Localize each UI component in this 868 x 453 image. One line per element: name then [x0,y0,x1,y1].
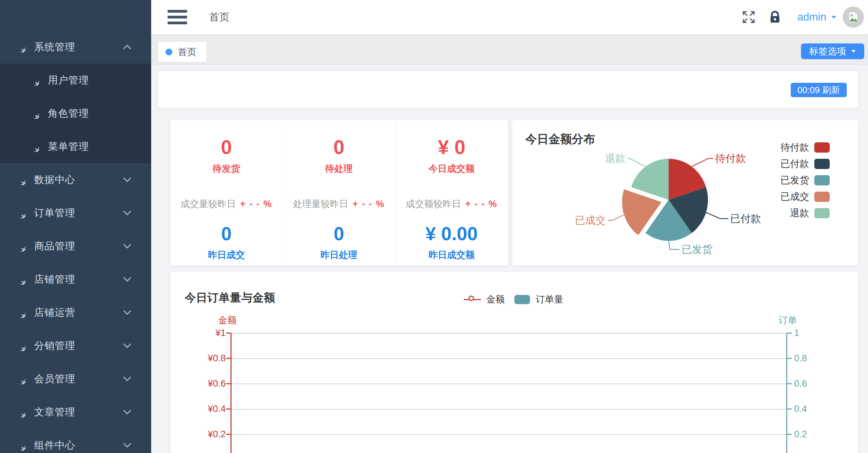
stat-yesterday-amount: ¥ 0.00 昨日成交额 [395,218,508,266]
gear-icon [29,142,39,152]
compare-label: 成交额较昨日 [406,198,461,210]
stat-value: 0 [333,135,344,158]
gear-icon [15,308,25,318]
stat-compare-process: 处理量较昨日 + - - % [283,190,395,218]
tick-mark [226,358,231,359]
legend-item-pending-payment[interactable]: 待付款 [780,139,830,156]
stat-today-ship: 0 待发货 [170,120,283,190]
chevron-down-icon [123,343,131,348]
sidebar-item-orders[interactable]: 订单管理 [0,196,151,230]
username: admin [798,11,826,23]
stat-label: 昨日成交额 [429,249,475,261]
legend-item-refund[interactable]: 退款 [780,205,830,221]
legend-swatch [814,208,830,218]
sidebar-item-label: 店铺管理 [34,273,123,286]
sidebar-item-label: 系统管理 [34,40,123,54]
gridline [231,409,786,410]
legend-label: 订单量 [536,293,563,306]
compare-value: + - - % [465,199,497,209]
chevron-down-icon [123,177,131,182]
top-header: 首页 admin [151,0,868,34]
gear-icon [15,341,25,351]
y-tick-label: 1 [794,328,835,338]
y-axis-name-left: 金额 [218,314,237,326]
sidebar-item-data-center[interactable]: 数据中心 [0,163,151,196]
tag-options-label: 标签选项 [809,45,846,57]
y-axis-left [231,333,232,453]
refresh-button[interactable]: 00:09 刷新 [791,83,847,97]
legend-swatch [814,175,830,185]
legend-label: 已成交 [780,190,809,203]
pie-label-refund: 退款 [605,153,626,164]
stat-value: ¥ 0.00 [425,223,478,245]
tick-mark [226,434,231,435]
y-axis-right [786,333,787,453]
y-tick-label: ¥0.2 [184,429,226,440]
legend-line-marker[interactable] [464,299,481,300]
stat-value: ¥ 0 [438,135,465,158]
gear-icon [15,440,25,451]
legend-swatch[interactable] [514,295,530,304]
tick-mark [226,409,231,410]
gridline [231,384,786,384]
stat-value: 0 [221,223,232,245]
pie-label-paid: 已付款 [730,213,761,224]
sidebar-item-label: 商品管理 [34,240,123,253]
legend-label: 退款 [790,207,809,220]
tick-mark [787,434,792,435]
image-placeholder-icon [845,9,861,25]
hamburger-icon[interactable] [168,10,187,24]
sidebar-item-users[interactable]: 用户管理 [0,64,151,97]
pie-label-pending-payment: 待付款 [715,153,746,164]
legend-item-paid[interactable]: 已付款 [780,156,830,172]
legend-swatch [814,192,830,202]
chevron-down-icon [123,443,131,448]
chevron-down-icon [851,50,856,53]
avatar[interactable] [843,7,864,28]
tick-mark [787,358,792,359]
sidebar: 系统管理 用户管理 角色管理 菜单管理 数据中心 订单管理 商品管理 店铺管理 [0,0,151,453]
legend-item-shipped[interactable]: 已发货 [780,172,830,189]
tick-mark [787,333,792,334]
chevron-down-icon [831,15,837,19]
tick-mark [226,333,231,334]
sidebar-item-goods[interactable]: 商品管理 [0,230,151,263]
sidebar-item-shop-operation[interactable]: 店铺运营 [0,296,151,329]
sidebar-item-label: 用户管理 [48,74,151,87]
fullscreen-icon[interactable] [741,9,757,25]
breadcrumb: 首页 [209,10,229,24]
sidebar-item-system[interactable]: 系统管理 [0,30,151,64]
y-axis-name-right: 订单 [778,314,797,326]
legend-swatch [814,142,830,153]
main-content: 00:09 刷新 0 待发货 0 待处理 ¥ 0 今日成交额 成交量较昨日 + … [151,65,868,453]
sidebar-item-label: 文章管理 [34,405,123,419]
stat-compare-amount: 成交额较昨日 + - - % [395,190,508,218]
lock-icon[interactable] [767,10,782,25]
sidebar-item-articles[interactable]: 文章管理 [0,396,151,429]
chevron-down-icon [123,277,131,282]
sidebar-item-label: 会员管理 [34,372,123,386]
pie-leader-line [692,158,713,167]
user-dropdown[interactable]: admin [798,11,837,23]
gear-icon [15,175,25,185]
compare-value: + - - % [240,199,272,209]
header-actions: admin [741,7,868,28]
sidebar-item-roles[interactable]: 角色管理 [0,97,151,130]
tab-home[interactable]: 首页 [158,42,207,62]
y-tick-label: ¥1 [184,328,226,338]
sidebar-item-distribution[interactable]: 分销管理 [0,329,151,362]
tag-options-button[interactable]: 标签选项 [801,43,864,59]
y-tick-label: ¥0.6 [184,378,226,389]
gridline [231,358,786,359]
pie-label-shipped: 已发货 [682,244,712,255]
sidebar-item-shop[interactable]: 店铺管理 [0,263,151,296]
y-tick-label: ¥0.8 [184,353,226,364]
sidebar-item-members[interactable]: 会员管理 [0,362,151,396]
legend-item-completed[interactable]: 已成交 [780,189,830,205]
sidebar-item-components[interactable]: 组件中心 [0,429,151,453]
sidebar-item-label: 分销管理 [34,339,123,353]
sidebar-item-label: 数据中心 [34,173,123,187]
gridline [231,434,786,435]
sidebar-item-menus[interactable]: 菜单管理 [0,130,151,163]
tick-mark [226,383,231,384]
